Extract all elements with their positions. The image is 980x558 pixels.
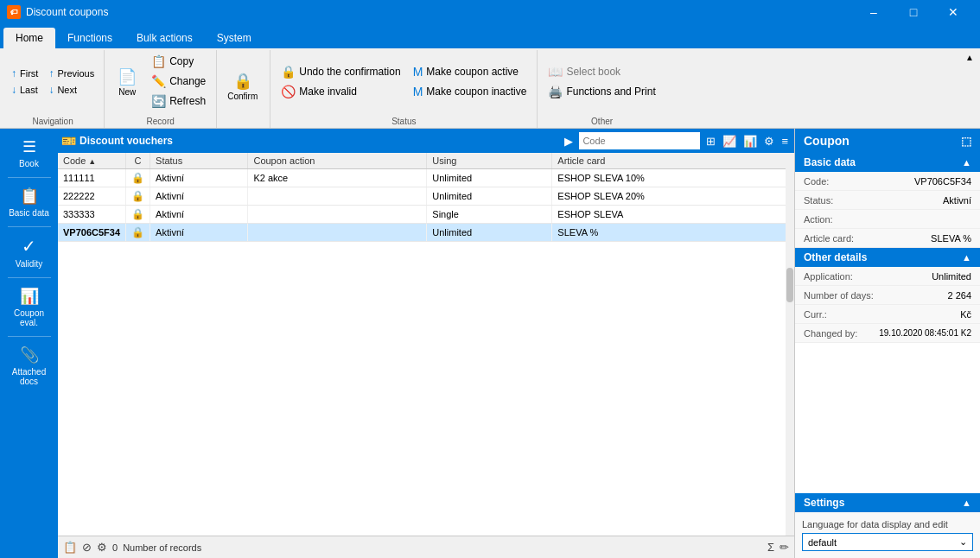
navigation-label: Navigation <box>7 114 99 128</box>
code-search-input[interactable] <box>579 132 700 149</box>
field-row-number-days: Number of days: 2 264 <box>795 286 980 305</box>
select-book-button[interactable]: 📖 Select book <box>543 62 660 81</box>
change-icon: ✏️ <box>151 74 166 88</box>
validity-sidebar-icon: ✓ <box>22 236 36 257</box>
make-inactive-button[interactable]: M Make coupon inactive <box>408 82 532 101</box>
basic-data-title: Basic data <box>804 156 856 168</box>
bar-chart-btn[interactable]: 📊 <box>741 135 760 148</box>
status-filter-btn[interactable]: ⊘ <box>82 541 92 554</box>
sidebar-book-label: Book <box>19 159 39 168</box>
confirm-button[interactable]: 🔒 Confirm <box>222 68 263 104</box>
refresh-label: Refresh <box>169 95 206 107</box>
table-row[interactable]: VP706C5F34 🔒 Aktivní Unlimited SLEVA % <box>58 224 794 242</box>
col-header-article-card: Article card <box>552 153 794 169</box>
application-label: Application: <box>804 271 853 282</box>
status-record-count: 0 <box>112 542 118 553</box>
status-book-btn[interactable]: 📋 <box>63 541 77 554</box>
basic-data-collapse-btn[interactable]: ▲ <box>962 157 971 168</box>
new-button[interactable]: 📄 New <box>110 64 144 99</box>
next-button[interactable]: ↓ Next <box>44 82 99 98</box>
sidebar-item-coupon-eval[interactable]: 📊 Coupon eval. <box>3 282 55 333</box>
right-panel: Coupon ⬚ Basic data ▲ Code: VP706C5F34 S… <box>794 129 980 558</box>
right-panel-expand-btn[interactable]: ⬚ <box>961 135 971 148</box>
curr-label: Curr.: <box>804 309 827 320</box>
ribbon: ↑ First ↓ Last ↑ Previous ↓ Next <box>0 48 980 129</box>
maximize-button[interactable]: □ <box>894 0 933 24</box>
sidebar-basic-data-label: Basic data <box>9 208 49 218</box>
status-action-btn[interactable]: ⚙ <box>97 541 107 554</box>
basic-data-sidebar-icon: 📋 <box>20 187 39 206</box>
sidebar-item-basic-data[interactable]: 📋 Basic data <box>3 181 55 223</box>
tab-system[interactable]: System <box>205 28 264 48</box>
field-row-action: Action: <box>795 210 980 229</box>
book-sidebar-icon: ☰ <box>22 137 36 156</box>
cell-article-card: ESHOP SLEVA 10% <box>552 169 794 187</box>
scrollbar-thumb[interactable] <box>786 268 793 302</box>
ribbon-group-navigation: ↑ First ↓ Last ↑ Previous ↓ Next <box>3 50 105 128</box>
table-row[interactable]: 111111 🔒 Aktivní K2 akce Unlimited ESHOP… <box>58 169 794 187</box>
last-button[interactable]: ↓ Last <box>7 82 42 98</box>
settings-btn[interactable]: ⚙ <box>761 135 777 148</box>
field-row-status: Status: Aktivní <box>795 191 980 210</box>
table-header: Code ▲ C Status Coupon action Using Arti… <box>58 153 794 169</box>
cell-status: Aktivní <box>150 224 248 242</box>
table-row[interactable]: 333333 🔒 Aktivní Single ESHOP SLEVA <box>58 206 794 224</box>
chart-btn[interactable]: 📈 <box>720 135 739 148</box>
number-days-label: Number of days: <box>804 290 874 301</box>
sidebar-divider-1 <box>8 177 51 178</box>
curr-value: Kč <box>960 309 971 320</box>
cell-code: 222222 <box>58 187 126 206</box>
tab-bulk-actions[interactable]: Bulk actions <box>124 28 205 48</box>
book-icon: 📖 <box>548 65 563 79</box>
sidebar-item-book[interactable]: ☰ Book <box>3 132 55 174</box>
language-select[interactable]: default ⌄ <box>802 533 973 551</box>
attached-docs-sidebar-icon: 📎 <box>20 346 39 365</box>
sidebar-item-validity[interactable]: ✓ Validity <box>3 231 55 274</box>
last-icon: ↓ <box>11 84 16 96</box>
basic-data-section-header: Basic data ▲ <box>795 153 980 172</box>
tab-functions[interactable]: Functions <box>55 28 124 48</box>
make-invalid-button[interactable]: 🚫 Make invalid <box>276 82 405 101</box>
ribbon-tabs: Home Functions Bulk actions System <box>0 24 980 48</box>
status-bar: 📋 ⊘ ⚙ 0 Number of records Σ ✏ <box>58 536 794 558</box>
title-bar: 🏷 Discount coupons – □ ✕ <box>0 0 980 24</box>
grid-view-btn[interactable]: ⊞ <box>703 135 718 148</box>
change-button[interactable]: ✏️ Change <box>146 72 211 91</box>
sidebar-validity-label: Validity <box>16 259 43 269</box>
list-expand-btn[interactable]: ▶ <box>562 135 576 148</box>
tab-home[interactable]: Home <box>3 28 55 48</box>
refresh-icon: 🔄 <box>151 94 166 108</box>
settings-collapse-btn[interactable]: ▲ <box>962 498 971 508</box>
copy-button[interactable]: 📋 Copy <box>146 52 211 71</box>
menu-btn[interactable]: ≡ <box>779 135 791 148</box>
scrollbar[interactable] <box>786 153 794 536</box>
confirm-icon: 🔒 <box>232 71 253 92</box>
status-sum-btn[interactable]: Σ <box>767 541 774 554</box>
app-title: Discount coupons <box>26 6 108 18</box>
table-row[interactable]: 222222 🔒 Aktivní Unlimited ESHOP SLEVA 2… <box>58 187 794 206</box>
other-details-collapse-btn[interactable]: ▲ <box>962 252 971 263</box>
first-button[interactable]: ↑ First <box>7 66 42 81</box>
app-icon: 🏷 <box>7 5 21 19</box>
ribbon-collapse-button[interactable]: ▲ <box>963 50 977 64</box>
field-row-changed-by: Changed by: 19.10.2020 08:45:01 K2 <box>795 324 980 343</box>
make-active-button[interactable]: M Make coupon active <box>408 62 532 81</box>
settings-title: Settings <box>804 497 844 509</box>
confirm-label: Confirm <box>227 92 258 101</box>
sort-arrow-icon: ▲ <box>88 157 96 166</box>
cell-coupon-action <box>248 224 427 242</box>
cell-using: Unlimited <box>427 169 552 187</box>
undo-label: Undo the confirmation <box>299 66 400 78</box>
app-container: Home Functions Bulk actions System ↑ Fir… <box>0 24 980 558</box>
minimize-button[interactable]: – <box>854 0 894 24</box>
status-edit-btn[interactable]: ✏ <box>780 541 789 554</box>
functions-print-button[interactable]: 🖨️ Functions and Print <box>543 82 660 101</box>
cell-using: Unlimited <box>427 187 552 206</box>
undo-confirmation-button[interactable]: 🔒 Undo the confirmation <box>276 62 405 81</box>
sidebar-divider-4 <box>8 336 51 337</box>
previous-button[interactable]: ↑ Previous <box>44 66 99 81</box>
table-body: 111111 🔒 Aktivní K2 akce Unlimited ESHOP… <box>58 169 794 242</box>
close-button[interactable]: ✕ <box>933 0 973 24</box>
refresh-button[interactable]: 🔄 Refresh <box>146 92 211 111</box>
sidebar-item-attached-docs[interactable]: 📎 Attached docs <box>3 340 55 391</box>
